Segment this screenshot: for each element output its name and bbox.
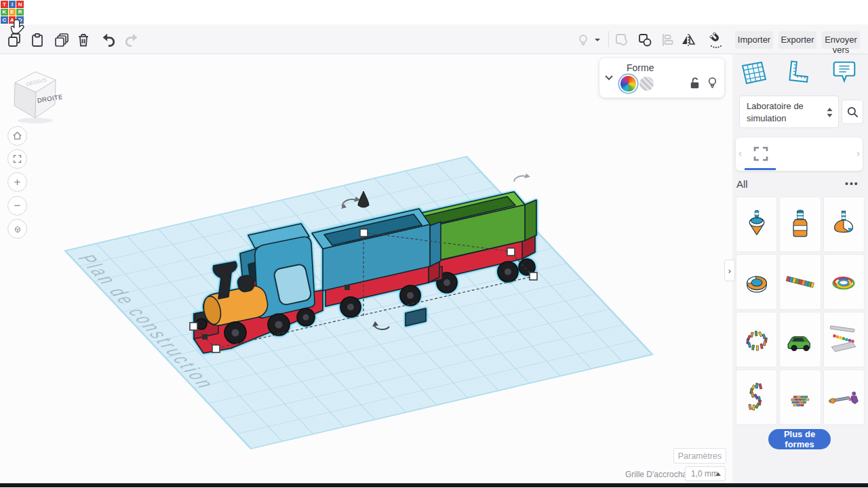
snap-grid-dropdown[interactable]: 1,0 mm: [685, 466, 726, 481]
search-icon: [846, 106, 859, 119]
shape-tile[interactable]: [736, 369, 777, 425]
ruler-tool-icon[interactable]: [783, 57, 814, 88]
shape-tile[interactable]: [779, 312, 821, 367]
solid-color-swatch[interactable]: [620, 76, 636, 92]
group-icon[interactable]: [612, 30, 632, 50]
perspective-toggle-button[interactable]: [7, 219, 27, 239]
undo-icon[interactable]: [98, 30, 119, 50]
settings-button[interactable]: Paramètres: [673, 448, 726, 464]
shape-category-dropdown[interactable]: Laboratoire de simulation: [739, 96, 839, 128]
collection-frame-icon[interactable]: [752, 145, 770, 163]
zoom-out-button[interactable]: −: [7, 196, 27, 216]
sidebar-collapse-tab[interactable]: ›: [724, 260, 735, 281]
shape-tile[interactable]: [736, 197, 777, 252]
collections-carousel: ‹ ›: [736, 138, 863, 171]
transparent-swatch[interactable]: [639, 77, 654, 91]
category-menu-icon[interactable]: •••: [845, 178, 859, 189]
hide-bulb-icon[interactable]: [705, 75, 719, 92]
shape-tile[interactable]: [823, 312, 865, 367]
inspector-collapse-icon[interactable]: [604, 73, 614, 85]
show-all-icon[interactable]: [573, 30, 593, 50]
shape-tile[interactable]: [779, 197, 821, 252]
home-view-button[interactable]: [7, 126, 27, 146]
zoom-in-button[interactable]: +: [7, 172, 27, 192]
shape-tile[interactable]: [736, 312, 777, 367]
show-all-dropdown-icon[interactable]: [591, 30, 604, 50]
inspector-title: Forme: [627, 62, 654, 73]
category-label: All: [736, 178, 748, 190]
carousel-active-indicator: [745, 168, 776, 170]
snap-caret-icon: [715, 472, 721, 476]
notes-tool-icon[interactable]: [829, 57, 860, 88]
snap-magnet-icon[interactable]: [705, 30, 726, 50]
search-button[interactable]: [842, 100, 863, 124]
send-to-button[interactable]: Envoyer vers: [822, 31, 860, 49]
lock-open-icon[interactable]: [688, 76, 702, 93]
shape-gallery: [736, 197, 865, 425]
shape-tile[interactable]: [779, 369, 821, 425]
top-navbar: [0, 0, 868, 24]
shape-tile[interactable]: [736, 254, 777, 310]
fit-view-button[interactable]: [7, 149, 27, 169]
import-button[interactable]: Importer: [735, 31, 773, 49]
shape-tile[interactable]: [779, 254, 821, 310]
video-progress-bar: [0, 483, 868, 487]
hand-cursor: [9, 18, 30, 39]
workplane-tool-icon[interactable]: [738, 57, 769, 88]
tinkercad-app: Plan de construction: [0, 0, 868, 488]
more-shapes-button[interactable]: Plus de formes: [768, 429, 831, 449]
export-button[interactable]: Exporter: [778, 31, 816, 49]
shape-tile[interactable]: [823, 254, 865, 310]
view-cube[interactable]: DESSUS AVANT DROITE: [5, 62, 62, 130]
align-icon[interactable]: [657, 30, 677, 50]
ungroup-icon[interactable]: [635, 30, 655, 50]
delete-icon[interactable]: [73, 30, 94, 50]
carousel-prev-icon[interactable]: ‹: [738, 147, 742, 159]
duplicate-icon[interactable]: [52, 30, 72, 50]
paste-icon[interactable]: [27, 30, 47, 50]
shape-tile[interactable]: [823, 369, 865, 425]
redo-icon[interactable]: [121, 30, 142, 50]
mirror-icon[interactable]: [678, 30, 698, 50]
carousel-next-icon[interactable]: ›: [856, 147, 860, 159]
shape-tile[interactable]: [823, 197, 865, 252]
shape-category-value: Laboratoire de simulation: [747, 100, 827, 125]
dropdown-caret-icon: [827, 107, 833, 118]
